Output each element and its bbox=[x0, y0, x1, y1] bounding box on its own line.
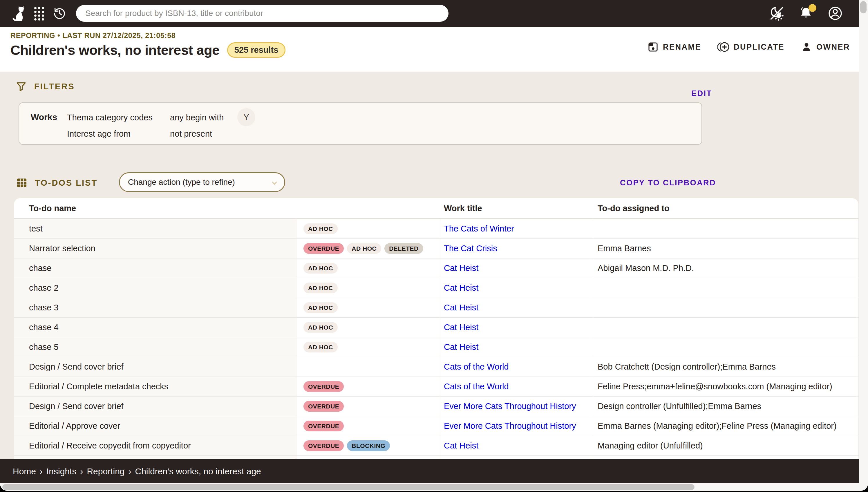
owner-button[interactable]: OWNER bbox=[801, 41, 850, 53]
work-title-link[interactable]: Cat Heist bbox=[444, 342, 478, 352]
work-title-cell: Cats of the World bbox=[440, 357, 594, 376]
work-title-cell: Cats of the World bbox=[440, 377, 594, 396]
status-badge: BLOCKING bbox=[347, 440, 390, 451]
topbar bbox=[0, 0, 859, 27]
todo-badges-cell: AD HOC bbox=[297, 337, 440, 357]
breadcrumb: Home›Insights›Reporting›Children's works… bbox=[13, 466, 261, 476]
status-badge: OVERDUE bbox=[303, 440, 344, 451]
breadcrumb-separator: › bbox=[80, 466, 83, 476]
todo-name: Design / Send cover brief bbox=[29, 401, 124, 411]
work-title-link[interactable]: The Cats of Winter bbox=[444, 224, 514, 233]
person-icon bbox=[801, 41, 812, 53]
work-title-link[interactable]: The Cat Crisis bbox=[444, 244, 497, 253]
todo-row: Design / Send cover brief Cats of the Wo… bbox=[14, 357, 859, 377]
assigned-cell bbox=[594, 219, 859, 239]
todo-row: chase AD HOC Cat Heist Abigail Mason M.D… bbox=[14, 259, 859, 278]
vertical-scrollbar-thumb[interactable] bbox=[860, 1, 867, 13]
todo-name: chase 2 bbox=[29, 283, 58, 293]
todo-name-cell: Editorial / Receive copyedit from copyed… bbox=[14, 436, 297, 456]
change-action-select[interactable]: Change action (type to refine) bbox=[119, 172, 285, 192]
todo-row: Narrator selection OVERDUEAD HOCDELETED … bbox=[14, 239, 859, 259]
save-icon bbox=[647, 41, 659, 53]
filter-group-label: Works bbox=[31, 112, 57, 122]
todo-name-cell: Editorial / Approve cover bbox=[14, 416, 297, 436]
horizontal-scrollbar[interactable] bbox=[0, 483, 859, 491]
todo-badges-cell: OVERDUEAD HOCDELETED bbox=[297, 239, 440, 258]
funnel-icon bbox=[16, 81, 27, 92]
work-title-link[interactable]: Cats of the World bbox=[444, 382, 509, 391]
search-input[interactable] bbox=[76, 5, 448, 22]
todo-badges-cell bbox=[297, 357, 440, 376]
work-title-link[interactable]: Cat Heist bbox=[444, 441, 478, 450]
todo-badges-cell: AD HOC bbox=[297, 318, 440, 337]
work-title-link[interactable]: Ever More Cats Throughout History bbox=[444, 421, 576, 431]
edit-filters-link[interactable]: EDIT bbox=[691, 89, 712, 98]
work-title-link[interactable]: Cat Heist bbox=[444, 283, 478, 293]
todo-badges-cell: OVERDUE bbox=[297, 397, 440, 416]
breadcrumb-item[interactable]: Insights bbox=[46, 466, 76, 476]
kicker-section: REPORTING bbox=[10, 31, 55, 40]
todo-name-cell: chase 2 bbox=[14, 278, 297, 298]
todo-row: test AD HOC The Cats of Winter bbox=[14, 219, 859, 239]
rename-button[interactable]: RENAME bbox=[647, 41, 701, 53]
todo-row: chase 5 AD HOC Cat Heist bbox=[14, 337, 859, 357]
todo-name-cell: chase 3 bbox=[14, 298, 297, 317]
work-title-cell: Cat Heist bbox=[440, 298, 594, 317]
todo-row: Editorial / Approve cover OVERDUE Ever M… bbox=[14, 416, 859, 436]
account-icon[interactable] bbox=[827, 5, 843, 21]
work-title-link[interactable]: Cat Heist bbox=[444, 264, 478, 273]
history-icon[interactable] bbox=[52, 6, 67, 21]
status-badge: OVERDUE bbox=[303, 421, 344, 432]
assigned-cell bbox=[594, 298, 859, 317]
breadcrumb-item[interactable]: Children's works, no interest age bbox=[135, 466, 261, 476]
work-title-cell: Cat Heist bbox=[440, 436, 594, 456]
status-badge: OVERDUE bbox=[303, 243, 344, 254]
work-title-cell: Ever More Cats Throughout History bbox=[440, 416, 594, 436]
rename-label: RENAME bbox=[663, 43, 701, 52]
work-title-cell: Cat Heist bbox=[440, 337, 594, 357]
todo-name: Design / Send cover brief bbox=[29, 362, 124, 372]
todos-heading: TO-DOS LIST bbox=[35, 178, 97, 188]
assigned-cell: Bob Cratchett (Design controller);Emma B… bbox=[594, 357, 859, 376]
status-badge: AD HOC bbox=[303, 322, 338, 333]
assigned-cell: Emma Barnes (Managing editor);Feline Pre… bbox=[594, 416, 859, 436]
theme-toggle-icon[interactable] bbox=[769, 5, 785, 21]
results-count-badge: 525 results bbox=[227, 42, 286, 58]
breadcrumb-bar: Home›Insights›Reporting›Children's works… bbox=[0, 459, 860, 483]
todo-row-partial bbox=[14, 456, 859, 459]
filter-field: Interest age from bbox=[67, 129, 130, 139]
todo-name: Editorial / Approve cover bbox=[29, 421, 120, 431]
todo-name-cell: chase bbox=[14, 259, 297, 278]
filter-operator: not present bbox=[170, 129, 212, 139]
assigned-to: Managing editor (Unfulfilled) bbox=[598, 441, 703, 450]
work-title-link[interactable]: Cats of the World bbox=[444, 362, 509, 372]
status-badge: AD HOC bbox=[347, 243, 381, 254]
breadcrumb-separator: › bbox=[128, 466, 131, 476]
copy-to-clipboard-link[interactable]: COPY TO CLIPBOARD bbox=[620, 178, 716, 188]
todo-name: test bbox=[29, 224, 43, 233]
column-header-work: Work title bbox=[440, 204, 594, 213]
todo-name: chase 4 bbox=[29, 323, 58, 332]
cat-logo-icon[interactable] bbox=[10, 5, 26, 22]
todos-table: To-do name Work title To-do assigned to … bbox=[14, 198, 859, 459]
todos-section-title: TO-DOS LIST bbox=[16, 177, 97, 188]
apps-grid-icon[interactable] bbox=[33, 6, 45, 21]
app-window: REPORTING•LAST RUN 27/12/2025, 21:05:58 … bbox=[0, 0, 868, 491]
filter-field: Thema category codes bbox=[67, 113, 153, 122]
todo-badges-cell: OVERDUEBLOCKING bbox=[297, 436, 440, 456]
chevron-down-icon bbox=[270, 178, 279, 188]
duplicate-button[interactable]: DUPLICATE bbox=[717, 41, 785, 53]
change-action-value: Change action (type to refine) bbox=[128, 177, 235, 187]
table-body: test AD HOC The Cats of Winter Narrator … bbox=[14, 219, 859, 456]
breadcrumb-item[interactable]: Home bbox=[13, 466, 36, 476]
work-title-link[interactable]: Ever More Cats Throughout History bbox=[444, 401, 576, 411]
work-title-link[interactable]: Cat Heist bbox=[444, 323, 478, 332]
work-title-cell: Cat Heist bbox=[440, 318, 594, 337]
vertical-scrollbar[interactable] bbox=[859, 0, 868, 491]
horizontal-scrollbar-thumb[interactable] bbox=[2, 484, 695, 490]
breadcrumb-item[interactable]: Reporting bbox=[87, 466, 124, 476]
work-title-cell: The Cats of Winter bbox=[440, 219, 594, 239]
work-title-cell: Cat Heist bbox=[440, 259, 594, 278]
todo-badges-cell: OVERDUE bbox=[297, 416, 440, 436]
work-title-link[interactable]: Cat Heist bbox=[444, 303, 478, 313]
